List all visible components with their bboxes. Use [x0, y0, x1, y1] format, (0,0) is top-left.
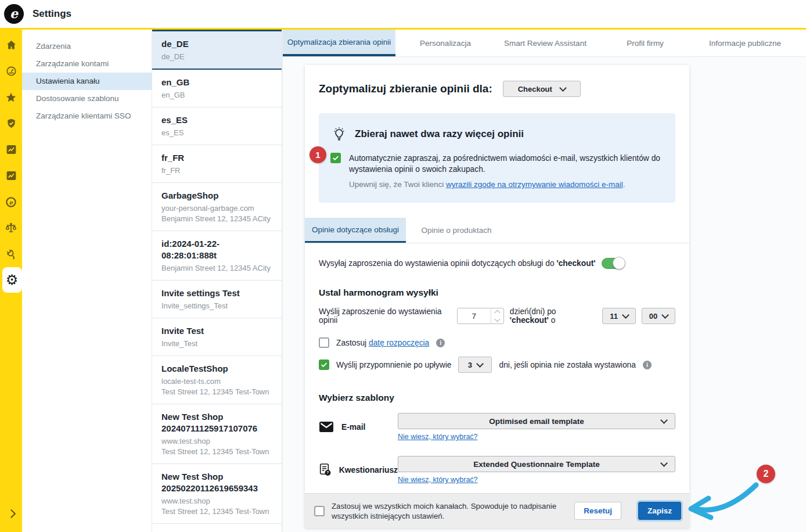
checkout-highlight: 'checkout' — [556, 259, 595, 268]
consent-note: Upewnij się, że Twoi klienci wyrazili zg… — [349, 180, 660, 189]
channel-subtitle: Invite_settings_Test — [161, 301, 272, 311]
chevron-down-icon — [622, 311, 629, 319]
questionnaire-template-label: Kwestionariusz — [339, 466, 398, 475]
send-invites-toggle[interactable] — [602, 258, 624, 269]
sidebar-item-trust[interactable] — [0, 110, 22, 136]
reminder-days-select[interactable]: 3 — [458, 357, 492, 373]
settings-card: Zoptymalizuj zbieranie opinii dla: Check… — [305, 65, 689, 528]
channel-item[interactable]: GarbageShop your-personal-garbage.com Be… — [152, 183, 282, 231]
channel-title: LocaleTestShop — [161, 363, 272, 375]
subtab-product-reviews[interactable]: Opinie o produktach — [406, 218, 507, 243]
note-suffix: . — [623, 180, 625, 189]
minute-select[interactable]: 00 — [642, 308, 675, 324]
label-text: Zastosuj — [336, 339, 369, 347]
reminder-suffix: dni, jeśli opinia nie została wystawiona — [499, 361, 635, 369]
consent-link[interactable]: wyrazili zgodę na otrzymywanie wiadomośc… — [446, 180, 623, 189]
collect-more-reviews-infobox: 1 Zbieraj nawet dwa razy więcej opinii A… — [319, 113, 675, 203]
hour-select[interactable]: 11 — [602, 308, 636, 324]
email-template-help-link[interactable]: Nie wiesz, który wybrać? — [398, 433, 478, 441]
channel-item[interactable]: Invite Test Invite_Test — [152, 318, 282, 356]
apply-all-channels-label: Zastosuj we wszystkich moich kanałach. S… — [332, 501, 567, 521]
days-number-input[interactable]: 7 — [457, 308, 504, 324]
review-type-subtabs: Opinie dotyczące obsługi Opinie o produk… — [305, 218, 689, 243]
questionnaire-template-help-link[interactable]: Nie wiesz, który wybrać? — [398, 476, 478, 484]
days-value: 7 — [458, 312, 491, 321]
menu-item-sso-clients[interactable]: Zarządzanie klientami SSO — [22, 107, 152, 125]
sidebar-item-legal[interactable] — [0, 215, 22, 241]
questionnaire-template-value: Extended Questionnaire Template — [473, 460, 599, 469]
subtab-service-reviews[interactable]: Opinie dotyczące obsługi — [305, 218, 406, 243]
hour-value: 11 — [610, 312, 618, 321]
menu-item-account-management[interactable]: Zarządzanie kontami — [22, 55, 152, 73]
tab-company-profile[interactable]: Profil firmy — [595, 30, 695, 56]
channel-settings-tabs: Optymalizacja zbierania opinii Personali… — [283, 30, 806, 57]
reset-button[interactable]: Resetuj — [574, 502, 621, 520]
channel-item[interactable]: en_GB en_GB — [152, 70, 282, 107]
channel-list: de_DE de_DE en_GB en_GB es_ES es_ES fr_F… — [152, 30, 282, 532]
channel-item[interactable]: Invite settings Test Invite_settings_Tes… — [152, 281, 282, 318]
action-bar: Zastosuj we wszystkich moich kanałach. S… — [305, 493, 689, 528]
channel-item[interactable]: New Test Shop 20250220112619659343 www.t… — [152, 464, 282, 524]
channel-item[interactable]: fr_FR fr_FR — [152, 145, 282, 183]
reminder-days-value: 3 — [468, 361, 472, 369]
channel-address: Test Street 12, 12345 Test-Town — [161, 506, 272, 517]
info-icon[interactable]: i — [643, 361, 652, 369]
sidebar-item-etrusted[interactable]: e — [0, 189, 22, 215]
channel-address: Test Street 12, 12345 Test-Town — [161, 447, 272, 457]
sidebar-item-performance[interactable] — [0, 136, 22, 163]
sidebar-item-reviews[interactable] — [0, 84, 22, 110]
channel-type-value: Checkout — [518, 85, 552, 94]
settings-menu: Zdarzenia Zarządzanie kontami Ustawienia… — [22, 30, 152, 532]
menu-item-events[interactable]: Zdarzenia — [22, 38, 152, 55]
start-date-checkbox[interactable] — [319, 337, 329, 348]
questionnaire-template-select[interactable]: Extended Questionnaire Template — [398, 456, 675, 472]
sidebar-item-analytics[interactable] — [0, 163, 22, 189]
sidebar-item-settings[interactable]: ⚙ — [2, 267, 22, 293]
home-icon — [5, 39, 17, 51]
channel-item-partial[interactable] — [152, 524, 282, 532]
etrusted-e-icon: e — [5, 196, 17, 209]
chevron-down-icon — [661, 311, 669, 319]
lightbulb-icon — [330, 125, 348, 143]
channel-subtitle: www.test.shop — [161, 436, 272, 447]
channel-title: Invite settings Test — [161, 287, 272, 299]
chevron-down-icon — [559, 84, 567, 92]
channel-item[interactable]: es_ES es_ES — [152, 107, 282, 145]
reminder-checkbox[interactable] — [319, 360, 329, 370]
menu-item-channel-settings[interactable]: Ustawienia kanału — [22, 73, 152, 90]
info-icon[interactable]: i — [436, 339, 445, 347]
tab-personalisation[interactable]: Personalizacja — [395, 30, 495, 56]
main-content: Optymalizacja zbierania opinii Personali… — [282, 30, 806, 532]
channel-address: Test Street 12, 12345 Test-Town — [161, 387, 272, 397]
channel-title: New Test Shop 20240711125917107076 — [161, 411, 272, 434]
label-text: o — [549, 316, 556, 325]
channel-item[interactable]: id:2024-01-22-08:28:01:888t Benjamin Str… — [152, 231, 282, 281]
start-date-link[interactable]: datę rozpoczęcia — [369, 339, 429, 347]
check-icon — [332, 154, 340, 162]
expand-sidebar-button[interactable] — [0, 511, 22, 517]
channel-subtitle: locale-test-ts.com — [161, 376, 272, 387]
sidebar-item-events[interactable] — [0, 58, 22, 84]
shield-check-icon — [5, 117, 17, 130]
email-template-select[interactable]: Optimised email template — [398, 413, 675, 429]
apply-all-channels-checkbox[interactable] — [314, 506, 325, 516]
sidebar-item-integrations[interactable] — [0, 241, 22, 267]
channel-title: de_DE — [161, 38, 272, 50]
channel-type-select[interactable]: Checkout — [503, 81, 581, 97]
sidebar-item-home[interactable] — [0, 32, 22, 58]
tab-public-information[interactable]: Informacje publiczne — [695, 30, 795, 56]
channel-item[interactable]: LocaleTestShop locale-test-ts.com Test S… — [152, 356, 282, 404]
stepper-buttons[interactable] — [491, 308, 503, 323]
channel-item[interactable]: de_DE de_DE — [152, 30, 282, 70]
questionnaire-icon: ? — [319, 462, 332, 477]
chevron-down-icon — [476, 360, 484, 368]
save-button[interactable]: Zapisz — [638, 502, 681, 520]
channel-item[interactable]: New Test Shop 20240711125917107076 www.t… — [152, 404, 282, 464]
channel-title: GarbageShop — [161, 190, 272, 202]
tab-smart-review-assistant[interactable]: Smart Review Assistant — [495, 30, 595, 56]
tab-review-collection-optimisation[interactable]: Optymalizacja zbierania opinii — [283, 30, 395, 56]
menu-item-template-customization[interactable]: Dostosowanie szablonu — [22, 90, 152, 107]
page-title: Settings — [33, 8, 71, 20]
auto-invite-checkbox[interactable] — [330, 153, 341, 163]
channel-subtitle: Invite_Test — [161, 339, 272, 349]
